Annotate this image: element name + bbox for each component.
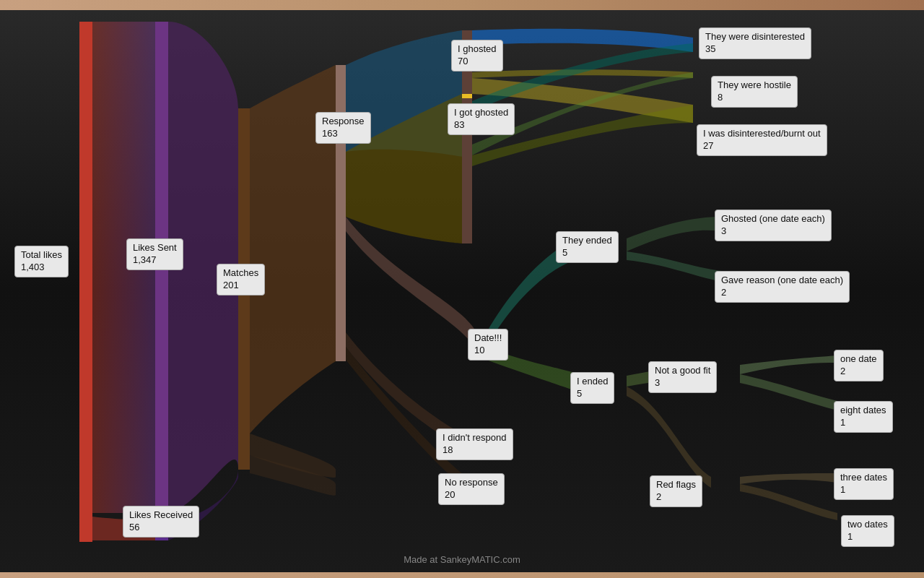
date-label: Date!!! 10 [468,329,508,361]
flow-redflags-threedates [740,473,837,484]
flow-redflags-twodates [740,484,837,520]
flow-theyended-reason [627,251,722,282]
response-bar [336,65,346,361]
i-got-ghosted-label: I got ghosted 83 [448,103,515,135]
i-ended-label: I ended 5 [570,372,614,404]
gotghosted-yellow-marker [462,94,472,98]
response-label: Response 163 [315,112,371,144]
flow-iended-redflags [627,387,711,488]
ghosted-one-date-label: Ghosted (one date each) 3 [715,210,832,241]
gave-reason-label: Gave reason (one date each) 2 [715,271,850,303]
i-didnt-respond-label: I didn't respond 18 [436,428,513,460]
chart-container: Total likes 1,403 Likes Sent 1,347 Likes… [0,0,924,578]
they-hostile-label: They were hostile 8 [711,76,798,108]
likes-received-label: Likes Received 56 [123,506,199,538]
total-likes-label: Total likes 1,403 [14,246,69,277]
red-flags-label: Red flags 2 [650,475,702,507]
they-disinterested-label: They were disinterested 35 [699,27,811,59]
flow-notgoodfit-eightdates [740,374,837,410]
they-ended-label: They ended 5 [556,231,619,263]
no-response-label: No response 20 [438,473,505,505]
i-disinterested-label: I was disinterested/burnt out 27 [697,124,827,156]
likes-sent-label: Likes Sent 1,347 [126,238,183,270]
two-dates-label: two dates 1 [841,515,894,547]
i-ghosted-label: I ghosted 70 [451,40,503,72]
three-dates-label: three dates 1 [834,468,894,500]
flow-notgoodfit-onedate [740,355,837,374]
one-date-label: one date 2 [834,350,884,381]
eight-dates-label: eight dates 1 [834,401,893,433]
matches-label: Matches 201 [217,264,265,296]
flow-theyended-ghosted [627,217,722,251]
footer-credit: Made at SankeyMATIC.com [404,554,520,565]
bottom-bar [0,572,924,578]
total-likes-bar [79,22,92,542]
not-good-fit-label: Not a good fit 3 [648,361,717,393]
